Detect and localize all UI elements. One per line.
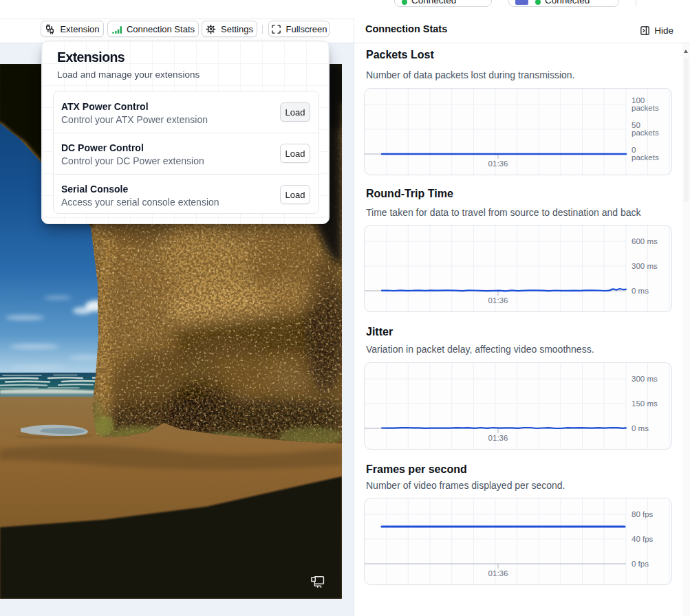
svg-text:01:36: 01:36: [488, 434, 508, 442]
svg-text:40 fps: 40 fps: [632, 535, 654, 543]
svg-text:300 ms: 300 ms: [632, 262, 658, 270]
svg-text:01:36: 01:36: [488, 160, 508, 168]
svg-text:50: 50: [632, 121, 640, 129]
svg-text:100: 100: [632, 96, 645, 104]
svg-text:150 ms: 150 ms: [632, 399, 658, 408]
svg-text:packets: packets: [632, 129, 659, 137]
svg-text:01:36: 01:36: [488, 569, 508, 578]
svg-text:0 ms: 0 ms: [632, 287, 649, 295]
svg-text:300 ms: 300 ms: [632, 375, 658, 383]
svg-text:packets: packets: [632, 153, 659, 162]
svg-text:600 ms: 600 ms: [632, 237, 658, 245]
svg-text:0: 0: [632, 146, 636, 154]
svg-text:80 fps: 80 fps: [632, 510, 654, 518]
svg-text:01:36: 01:36: [488, 296, 508, 305]
svg-text:0 ms: 0 ms: [632, 424, 649, 432]
svg-text:packets: packets: [632, 104, 659, 112]
svg-text:0 fps: 0 fps: [632, 560, 649, 568]
